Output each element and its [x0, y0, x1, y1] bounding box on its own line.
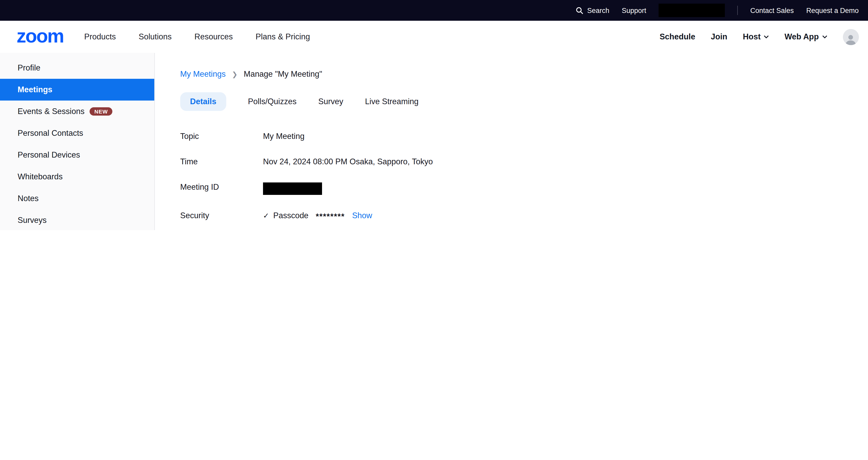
sidebar-item-notes[interactable]: Notes: [0, 188, 154, 209]
avatar[interactable]: [843, 29, 859, 45]
sidebar: Profile Meetings Events & Sessions NEW P…: [0, 53, 155, 230]
chevron-right-icon: ❯: [232, 70, 238, 78]
meeting-id-label: Meeting ID: [180, 182, 263, 195]
tab-live-streaming[interactable]: Live Streaming: [365, 92, 418, 111]
nav-plans-pricing[interactable]: Plans & Pricing: [255, 32, 310, 41]
contact-sales-link[interactable]: Contact Sales: [750, 6, 794, 14]
zoom-logo[interactable]: zoom: [17, 26, 63, 45]
join-link[interactable]: Join: [711, 32, 727, 41]
time-label: Time: [180, 157, 263, 166]
topbar-divider: [737, 6, 738, 15]
host-menu[interactable]: Host: [743, 32, 769, 41]
zoom-web-portal: Search Support Contact Sales Request a D…: [0, 0, 868, 230]
sidebar-item-personal-devices[interactable]: Personal Devices: [0, 144, 154, 166]
search-label: Search: [587, 6, 610, 14]
sidebar-item-surveys[interactable]: Surveys: [0, 209, 154, 230]
time-value: Nov 24, 2024 08:00 PM Osaka, Sapporo, To…: [263, 157, 433, 166]
tab-details[interactable]: Details: [180, 92, 226, 111]
main-header: zoom Products Solutions Resources Plans …: [0, 21, 868, 53]
top-utility-bar: Search Support Contact Sales Request a D…: [0, 0, 868, 21]
passcode-mask: ********: [316, 212, 345, 221]
sidebar-item-events-sessions[interactable]: Events & Sessions NEW: [0, 100, 154, 122]
header-actions: Schedule Join Host Web App: [660, 29, 859, 45]
check-icon: ✓: [263, 211, 269, 220]
support-link[interactable]: Support: [622, 6, 646, 14]
sidebar-item-personal-contacts[interactable]: Personal Contacts: [0, 122, 154, 144]
chevron-down-icon: [764, 34, 769, 39]
security-label: Security: [180, 211, 263, 220]
show-passcode-link[interactable]: Show: [352, 211, 372, 220]
field-meeting-id: Meeting ID: [180, 182, 837, 195]
tab-bar: Details Polls/Quizzes Survey Live Stream…: [180, 92, 837, 111]
topic-label: Topic: [180, 132, 263, 141]
sidebar-item-profile[interactable]: Profile: [0, 57, 154, 79]
request-demo-link[interactable]: Request a Demo: [806, 6, 859, 14]
sidebar-item-meetings[interactable]: Meetings: [0, 79, 154, 100]
sidebar-item-whiteboards[interactable]: Whiteboards: [0, 166, 154, 188]
nav-products[interactable]: Products: [84, 32, 116, 41]
meeting-details: Topic My Meeting Time Nov 24, 2024 08:00…: [180, 132, 837, 230]
tab-polls-quizzes[interactable]: Polls/Quizzes: [248, 92, 297, 111]
redacted-account-info: [658, 4, 725, 17]
chevron-down-icon: [822, 34, 827, 39]
topic-value: My Meeting: [263, 132, 304, 141]
search-button[interactable]: Search: [576, 6, 610, 14]
breadcrumb-current: Manage "My Meeting": [244, 69, 322, 79]
field-time: Time Nov 24, 2024 08:00 PM Osaka, Sappor…: [180, 157, 837, 166]
breadcrumb: My Meetings ❯ Manage "My Meeting": [180, 69, 837, 79]
redacted-meeting-id: [263, 182, 322, 195]
field-security: Security ✓ Passcode ******** Show: [180, 211, 837, 220]
main-content: My Meetings ❯ Manage "My Meeting" Detail…: [155, 53, 868, 230]
field-topic: Topic My Meeting: [180, 132, 837, 141]
tab-survey[interactable]: Survey: [318, 92, 343, 111]
main-nav: Products Solutions Resources Plans & Pri…: [84, 32, 310, 41]
webapp-menu[interactable]: Web App: [784, 32, 827, 41]
new-badge: NEW: [90, 107, 112, 116]
search-icon: [576, 6, 584, 14]
passcode-label: Passcode: [273, 211, 308, 220]
nav-solutions[interactable]: Solutions: [139, 32, 172, 41]
nav-resources[interactable]: Resources: [194, 32, 233, 41]
breadcrumb-my-meetings[interactable]: My Meetings: [180, 69, 226, 79]
person-icon: [844, 32, 857, 45]
schedule-link[interactable]: Schedule: [660, 32, 695, 41]
